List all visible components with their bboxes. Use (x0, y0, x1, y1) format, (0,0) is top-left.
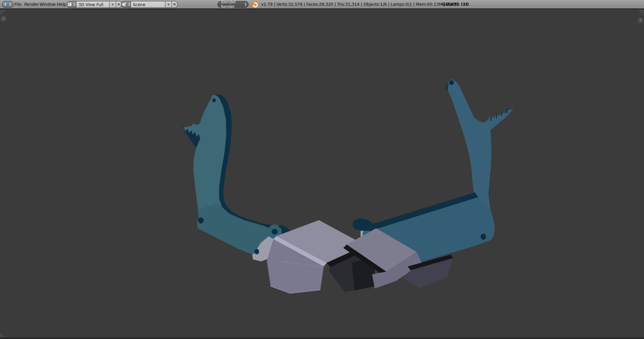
viewport-bottom-strip (0, 337, 644, 339)
screen-layout-arrows-icon (73, 3, 75, 6)
scene-name-field[interactable]: Scene (131, 1, 165, 8)
screen-layout-add-button[interactable]: + (110, 1, 116, 8)
menu-window[interactable]: Window (40, 2, 55, 7)
left-tip-hole (212, 98, 216, 102)
right-foot-hole (481, 234, 486, 240)
info-header-bar: i File Render Window Help 3D View Full +… (0, 0, 644, 9)
menu-help[interactable]: Help (57, 2, 66, 7)
giants-i3d-label: GIANTS I3D (442, 2, 469, 7)
render-engine-dropdown[interactable]: Blender Render (217, 1, 249, 8)
editor-type-arrows-icon (9, 3, 11, 6)
scene-add-button[interactable]: + (165, 1, 172, 8)
spur-notch-icon (507, 108, 508, 113)
screen-layout-selector: 3D View Full + ✕ (67, 1, 122, 8)
scene-icon-button[interactable] (121, 1, 131, 8)
spur-notch-icon (490, 116, 491, 121)
left-pivot-hole (272, 229, 278, 234)
left-foot-hole (198, 217, 204, 224)
left-bracket-hole (254, 249, 259, 254)
screen-layout-name-field[interactable]: 3D View Full (76, 1, 110, 8)
scene-icon (122, 2, 126, 6)
expand-panel-right-button[interactable]: + (638, 18, 643, 23)
spur-notch-icon (496, 114, 497, 119)
editor-type-selector[interactable]: i (2, 1, 14, 8)
expand-panel-left-button[interactable]: + (1, 16, 6, 21)
render-engine-arrows-icon (245, 3, 247, 6)
blender-window: i File Render Window Help 3D View Full +… (0, 0, 644, 339)
screen-layout-icon-button[interactable] (67, 1, 76, 8)
blender-logo-icon (252, 1, 259, 8)
info-icon: i (3, 2, 8, 7)
right-tip-hole (449, 80, 454, 85)
viewport-background (0, 9, 644, 339)
screen-layout-icon (68, 3, 71, 6)
scene-selector: Scene + ✕ (121, 1, 178, 8)
scene-statistics: v2.79 | Verts:32,579 | Faces:29,320 | Tr… (261, 2, 457, 7)
spur-notch-icon (501, 111, 502, 116)
viewport-canvas[interactable] (0, 9, 644, 339)
menu-render[interactable]: Render (24, 2, 39, 7)
scene-arrows-icon (128, 3, 130, 6)
render-engine-value: Blender Render (221, 0, 248, 9)
3d-viewport[interactable]: + + (0, 9, 644, 339)
menu-file[interactable]: File (15, 2, 21, 7)
scene-delete-button[interactable]: ✕ (172, 1, 178, 8)
